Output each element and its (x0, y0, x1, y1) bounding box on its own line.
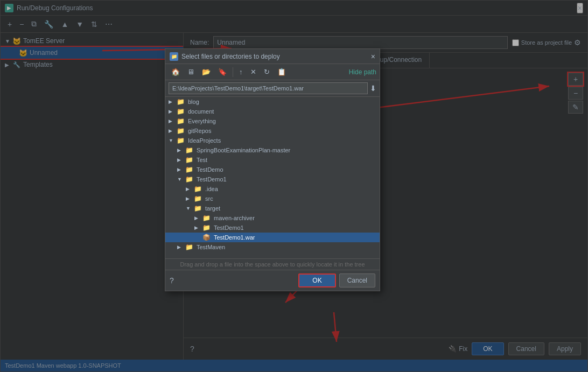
desktop-button[interactable]: 🖥 (185, 66, 197, 78)
file-type-icon: 📁 (177, 127, 185, 135)
modal-tree-item[interactable]: 📦 TestDemo1.war (165, 233, 380, 242)
tree-item-label: target (205, 205, 220, 212)
modal-buttons: ? OK Cancel (165, 270, 380, 291)
tree-arrow-icon: ▼ (186, 206, 192, 211)
modal-ok-button[interactable]: OK (298, 273, 335, 287)
modal-tree-item[interactable]: ▼ 📁 target (165, 203, 380, 213)
modal-question-button[interactable]: ? (170, 276, 174, 285)
modal-tree-item[interactable]: ▶ 📁 TestDemo (165, 165, 380, 174)
tree-item-label: TestDemo1 (214, 224, 244, 231)
folder-button[interactable]: 📂 (199, 66, 213, 78)
file-type-icon: 📁 (177, 98, 185, 106)
modal-tree-item[interactable]: ▶ 📁 gitRepos (165, 126, 380, 136)
modal-tree-item[interactable]: ▶ 📁 SpringBootExaminationPlan-master (165, 145, 380, 155)
download-button[interactable]: ⬇ (370, 84, 376, 93)
bookmark-button[interactable]: 🔖 (215, 66, 229, 78)
tree-item-label: Test (197, 157, 207, 163)
file-type-icon: 📁 (202, 224, 211, 231)
file-type-icon: 📁 (185, 166, 193, 173)
modal-overlay: 📁 Select files or directories to deploy … (0, 0, 588, 372)
toolbar-separator (233, 67, 233, 77)
tree-arrow-icon: ▼ (177, 177, 184, 182)
tree-arrow-icon: ▶ (169, 109, 175, 114)
tree-arrow-icon: ▼ (169, 138, 175, 143)
modal-cancel-button[interactable]: Cancel (339, 273, 375, 287)
tree-arrow-icon: ▶ (169, 99, 175, 104)
file-type-icon: 📁 (177, 108, 185, 115)
file-type-icon: 📁 (177, 117, 185, 125)
tree-item-label: IdeaProjects (188, 137, 221, 144)
file-type-icon: 📦 (202, 234, 211, 241)
tree-item-label: maven-archiver (214, 215, 255, 221)
tree-item-label: TestDemo (197, 166, 223, 173)
tree-arrow-icon: ▶ (186, 196, 192, 201)
main-window: ▶ Run/Debug Configurations × + − ⧉ 🔧 ▲ ▼… (0, 0, 588, 372)
modal-title: Select files or directories to deploy (181, 53, 280, 60)
home-button[interactable]: 🏠 (169, 66, 183, 78)
modal-toolbar: 🏠 🖥 📂 🔖 ↑ ✕ ↻ 📋 Hide path (165, 64, 380, 80)
tree-item-label: Everything (188, 118, 216, 124)
path-input[interactable] (169, 82, 368, 94)
tree-arrow-icon: ▶ (186, 186, 192, 192)
modal-tree-item[interactable]: ▶ 📁 TestDemo1 (165, 223, 380, 233)
file-type-icon: 📁 (185, 146, 193, 154)
file-type-icon: 📁 (194, 195, 202, 202)
modal-tree-item[interactable]: ▶ 📁 Test (165, 155, 380, 165)
modal-tree-item[interactable]: ▶ 📁 Everything (165, 116, 380, 126)
modal-tree-item[interactable]: ▶ 📁 src (165, 194, 380, 203)
file-type-icon: 📁 (185, 156, 193, 164)
hide-path-button[interactable]: Hide path (349, 68, 376, 76)
file-type-icon: 📁 (202, 214, 211, 222)
tree-item-label: TestMaven (197, 244, 225, 250)
modal-path-bar: ⬇ (165, 80, 380, 97)
file-type-icon: 📁 (194, 205, 202, 212)
tree-arrow-icon: ▶ (177, 157, 184, 163)
drag-hint: Drag and drop a file into the space abov… (165, 258, 380, 270)
delete-button[interactable]: ✕ (248, 66, 259, 78)
tree-arrow-icon: ▶ (177, 167, 184, 172)
new-folder-button[interactable]: 📋 (275, 66, 289, 78)
file-type-icon: 📁 (194, 185, 202, 193)
modal-tree-item[interactable]: ▶ 📁 blog (165, 97, 380, 107)
modal-tree-item[interactable]: ▼ 📁 IdeaProjects (165, 136, 380, 145)
modal-icon: 📁 (170, 52, 178, 61)
modal-file-tree[interactable]: ▶ 📁 blog ▶ 📁 document ▶ 📁 Everything ▶ 📁… (165, 97, 380, 258)
refresh-button[interactable]: ↻ (261, 66, 272, 78)
tree-item-label: blog (188, 99, 199, 105)
file-type-icon: 📁 (177, 137, 185, 144)
tree-item-label: document (188, 108, 214, 115)
tree-arrow-icon: ▶ (177, 244, 184, 250)
modal-dialog: 📁 Select files or directories to deploy … (165, 48, 380, 291)
modal-title-left: 📁 Select files or directories to deploy (170, 52, 280, 61)
tree-arrow-icon: ▶ (169, 118, 175, 124)
modal-tree-item[interactable]: ▶ 📁 .idea (165, 184, 380, 194)
modal-tree-item[interactable]: ▶ 📁 maven-archiver (165, 213, 380, 223)
tree-item-label: .idea (205, 186, 218, 192)
tree-arrow-icon: ▶ (194, 215, 201, 221)
tree-item-label: TestDemo1.war (214, 234, 255, 241)
tree-item-label: TestDemo1 (197, 176, 227, 183)
tree-item-label: src (205, 195, 213, 202)
modal-tree-item[interactable]: ▶ 📁 document (165, 107, 380, 116)
modal-close-button[interactable]: × (371, 52, 375, 61)
tree-arrow-icon: ▶ (194, 225, 201, 230)
file-type-icon: 📁 (185, 176, 193, 183)
modal-tree-item[interactable]: ▼ 📁 TestDemo1 (165, 174, 380, 184)
modal-tree-item[interactable]: ▶ 📁 TestMaven (165, 242, 380, 252)
modal-titlebar: 📁 Select files or directories to deploy … (165, 49, 380, 64)
tree-arrow-icon: ▶ (169, 128, 175, 134)
file-type-icon: 📁 (185, 243, 193, 251)
go-up-button[interactable]: ↑ (236, 66, 246, 78)
tree-item-label: gitRepos (188, 128, 211, 134)
tree-arrow-icon: ▶ (177, 148, 184, 153)
tree-item-label: SpringBootExaminationPlan-master (197, 147, 290, 153)
